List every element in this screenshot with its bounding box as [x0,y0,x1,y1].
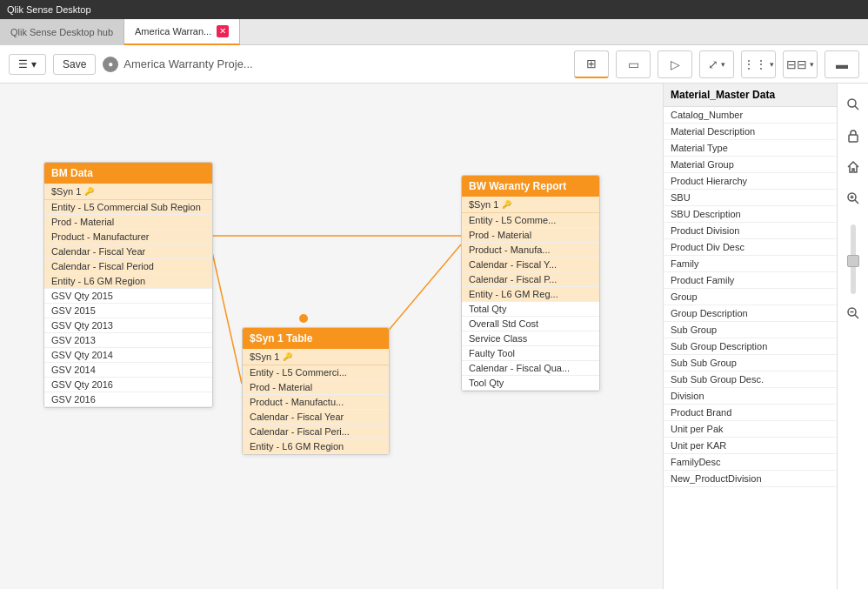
material-master-item[interactable]: Material Group [664,157,837,173]
syn1-table: $Syn 1 Table $Syn 1 🔑 Entity - L5 Commer… [242,327,390,455]
material-master-panel[interactable]: Material_Master Data Catalog_Number Mate… [663,84,837,589]
bw-warranty-row: Prod - Material [462,228,599,243]
material-master-item[interactable]: Product Hierarchy [664,173,837,190]
bm-data-row: Product - Manufacturer [44,230,212,244]
story-icon: ▷ [671,57,680,71]
sheet-button[interactable]: ▭ [616,50,651,78]
material-master-item[interactable]: Material Description [664,124,837,140]
bw-warranty-row: Overall Std Cost [462,317,599,331]
bm-data-row: GSV 2013 [44,333,212,348]
svg-point-3 [299,314,308,323]
material-master-item[interactable]: FamilyDesc [664,454,837,471]
bm-data-row: Prod - Material [44,215,212,230]
svg-point-4 [848,99,856,107]
data-model-button[interactable]: ⊞ [574,50,609,78]
zoom-slider[interactable] [851,224,856,294]
material-master-item[interactable]: Catalog_Number [664,107,837,124]
material-master-item[interactable]: Product Div Desc [664,239,837,256]
bw-warranty-row: Service Class [462,331,599,346]
svg-line-8 [855,200,858,204]
zoom-thumb[interactable] [847,255,859,267]
material-master-item[interactable]: New_ProductDivision [664,471,837,487]
tab-hub[interactable]: Qlik Sense Desktop hub [0,19,124,45]
material-master-item[interactable]: Division [664,388,837,405]
material-master-item[interactable]: SBU [664,190,837,206]
syn1-syn: $Syn 1 🔑 [243,349,389,365]
svg-line-5 [855,106,858,110]
material-master-header: Material_Master Data [664,84,837,107]
bw-warranty-row: Entity - L6 GM Reg... [462,287,599,302]
material-master-item[interactable]: Group [664,289,837,305]
menu-button[interactable]: ☰ ▾ [9,54,46,75]
material-master-item[interactable]: Family [664,256,837,272]
fullscreen-icon: ⤢ [708,57,718,71]
toolbar: ☰ ▾ Save ● America Warranty Proje... ⊞ ▭… [0,45,868,84]
story-button[interactable]: ▷ [658,50,692,78]
zoom-in-icon[interactable] [841,186,865,211]
bm-data-row: GSV 2015 [44,304,212,318]
menu-icon: ☰ [18,58,28,70]
layout-button[interactable]: ⊟⊟▾ [783,50,818,78]
layout-icon: ⊟⊟ [786,57,807,71]
main-area: BM Data $Syn 1 🔑 Entity - L5 Commercial … [0,84,868,589]
bw-warranty-key-icon: 🔑 [502,200,511,209]
bm-data-header: BM Data [44,163,212,184]
zoom-track[interactable] [851,224,856,294]
save-label: Save [63,58,86,70]
title-bar-text: Qlik Sense Desktop [7,4,91,15]
material-master-item[interactable]: Group Description [664,305,837,322]
grid-view-button[interactable]: ⋮⋮▾ [741,50,776,78]
bm-data-row: GSV Qty 2016 [44,378,212,392]
collapse-icon: ▬ [836,57,848,71]
svg-rect-6 [849,135,858,142]
bw-warranty-syn: $Syn 1 🔑 [462,197,599,213]
fullscreen-dropdown-icon: ▾ [721,60,725,69]
material-master-item[interactable]: Unit per Pak [664,421,837,438]
bw-warranty-row: Calendar - Fiscal Y... [462,258,599,272]
material-master-item[interactable]: Product Family [664,272,837,289]
material-master-item[interactable]: Material Type [664,140,837,157]
material-master-item[interactable]: SBU Description [664,206,837,223]
sidebar [837,84,868,589]
tab-app[interactable]: America Warran... ✕ [124,19,240,45]
syn1-header: $Syn 1 Table [243,328,389,349]
bm-data-row: GSV Qty 2014 [44,348,212,363]
syn1-row: Prod - Material [243,380,389,395]
home-icon[interactable] [841,155,865,179]
material-master-item[interactable]: Sub Group [664,322,837,338]
app-name-section: ● America Warranty Proje... [103,57,252,72]
bm-data-row: Entity - L6 GM Region [44,274,212,289]
syn1-row: Calendar - Fiscal Peri... [243,425,389,439]
bm-data-table: BM Data $Syn 1 🔑 Entity - L5 Commercial … [43,162,213,408]
grid-dropdown-icon: ▾ [770,60,774,69]
fullscreen-button[interactable]: ⤢▾ [699,50,734,78]
bm-data-row: Entity - L5 Commercial Sub Region [44,200,212,215]
bm-data-syn: $Syn 1 🔑 [44,184,212,200]
canvas[interactable]: BM Data $Syn 1 🔑 Entity - L5 Commercial … [0,84,663,589]
sheet-icon: ▭ [628,57,639,71]
zoom-out-icon[interactable] [841,301,865,325]
search-icon[interactable] [841,92,865,117]
bm-data-row: Calendar - Fiscal Year [44,244,212,259]
product-brand-item[interactable]: Product Brand [664,405,837,421]
bw-warranty-row: Total Qty [462,302,599,317]
bw-warranty-row: Entity - L5 Comme... [462,213,599,228]
tab-app-close[interactable]: ✕ [217,25,229,37]
layout-dropdown-icon: ▾ [810,60,814,69]
material-master-item[interactable]: Sub Sub Group Desc. [664,371,837,388]
material-master-item[interactable]: Sub Group Description [664,338,837,355]
bw-warranty-row: Calendar - Fiscal P... [462,272,599,287]
material-master-item[interactable]: Product Division [664,223,837,239]
material-master-item[interactable]: Unit per KAR [664,438,837,454]
title-bar: Qlik Sense Desktop [0,0,868,19]
bw-warranty-row: Tool Qty [462,376,599,391]
lock-icon[interactable] [841,124,865,148]
syn1-row: Calendar - Fiscal Year [243,410,389,425]
material-master-item[interactable]: Sub Sub Group [664,355,837,371]
collapse-button[interactable]: ▬ [825,50,859,78]
syn1-row: Entity - L5 Commerci... [243,365,389,380]
svg-line-12 [855,315,858,318]
save-button[interactable]: Save [53,54,96,75]
bw-warranty-row: Faulty Tool [462,346,599,361]
grid-icon: ⋮⋮ [743,57,767,71]
